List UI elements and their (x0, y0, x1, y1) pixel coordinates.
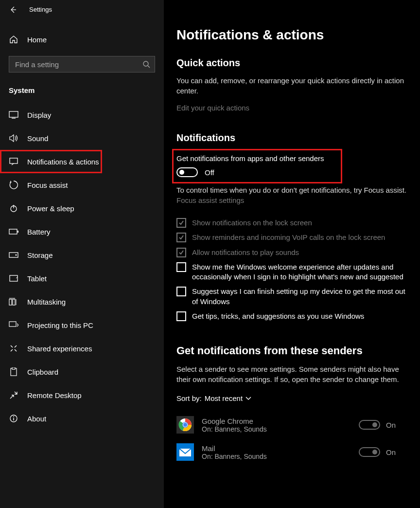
titlebar: Settings (0, 4, 164, 21)
sidebar-section-label: System (0, 81, 164, 103)
sidebar-item-focus-assist[interactable]: Focus assist (0, 173, 164, 197)
check-label: Show reminders and incoming VoIP calls o… (192, 233, 407, 242)
main-toggle-state: Off (205, 168, 214, 177)
sidebar-home[interactable]: Home (0, 30, 164, 49)
sidebar-item-label: About (27, 415, 46, 423)
mail-icon (176, 443, 194, 461)
svg-rect-13 (12, 367, 15, 369)
main-panel: Notifications & actions Quick actions Yo… (164, 0, 420, 508)
senders-title: Get notifications from these senders (176, 345, 407, 357)
quick-actions-desc: You can add, remove, or rearrange your q… (176, 75, 407, 96)
sidebar-item-about[interactable]: About (0, 407, 164, 430)
tablet-icon (9, 273, 18, 283)
search-icon (142, 60, 150, 68)
sender-toggle[interactable] (359, 420, 380, 430)
sidebar-item-notifications[interactable]: Notifications & actions (0, 150, 102, 173)
sender-row-mail[interactable]: Mail On: Banners, Sounds On (176, 438, 407, 466)
sender-row-chrome[interactable]: Google Chrome On: Banners, Sounds On (176, 411, 407, 438)
sidebar-item-label: Focus assist (27, 181, 68, 189)
sidebar: Settings Home System Display Sound Notif… (0, 0, 164, 508)
sort-value: Most recent (205, 394, 243, 402)
checkbox-icon[interactable] (176, 287, 186, 296)
svg-rect-4 (9, 229, 17, 234)
home-icon (9, 35, 18, 44)
sidebar-item-label: Display (27, 111, 51, 119)
battery-icon (9, 227, 18, 236)
check-label: Show me the Windows welcome experience a… (192, 262, 407, 282)
sort-label: Sort by: (176, 394, 202, 402)
check-reminders[interactable]: Show reminders and incoming VoIP calls o… (176, 233, 407, 242)
sender-name: Mail (202, 444, 351, 453)
sender-sub: On: Banners, Sounds (202, 425, 351, 433)
checkbox-icon[interactable] (176, 218, 186, 228)
main-toggle-label: Get notifications from apps and other se… (176, 154, 338, 163)
remote-icon (9, 390, 18, 400)
check-label: Allow notifications to play sounds (192, 248, 407, 257)
sidebar-item-label: Notifications & actions (27, 158, 99, 166)
check-setup[interactable]: Suggest ways I can finish setting up my … (176, 287, 407, 307)
search-wrap (0, 56, 164, 81)
check-sounds[interactable]: Allow notifications to play sounds (176, 248, 407, 257)
display-icon (9, 110, 18, 120)
projecting-icon (9, 320, 18, 330)
page-title: Notifications & actions (176, 27, 407, 43)
sidebar-item-label: Multitasking (27, 298, 66, 306)
sidebar-item-storage[interactable]: Storage (0, 243, 164, 267)
sidebar-item-label: Storage (27, 251, 53, 259)
sidebar-item-label: Remote Desktop (27, 391, 82, 399)
sidebar-item-projecting[interactable]: Projecting to this PC (0, 313, 164, 337)
check-label: Get tips, tricks, and suggestions as you… (192, 311, 407, 321)
sidebar-item-label: Power & sleep (27, 204, 74, 213)
sidebar-item-sound[interactable]: Sound (0, 127, 164, 150)
check-lock-screen[interactable]: Show notifications on the lock screen (176, 218, 407, 228)
sort-row[interactable]: Sort by: Most recent (176, 394, 407, 402)
sidebar-item-remote[interactable]: Remote Desktop (0, 383, 164, 407)
sidebar-item-battery[interactable]: Battery (0, 220, 164, 243)
sidebar-item-tablet[interactable]: Tablet (0, 267, 164, 290)
sender-toggle[interactable] (359, 447, 380, 457)
sidebar-item-label: Projecting to this PC (27, 321, 93, 329)
sound-icon (9, 133, 18, 143)
checkbox-icon[interactable] (176, 248, 186, 257)
svg-rect-5 (18, 231, 18, 233)
shared-icon (9, 344, 18, 353)
power-icon (9, 203, 18, 213)
focus-assist-icon (9, 180, 18, 190)
sidebar-item-label: Sound (27, 134, 48, 143)
sidebar-item-label: Shared experiences (27, 345, 92, 353)
check-tips[interactable]: Get tips, tricks, and suggestions as you… (176, 311, 407, 321)
chrome-icon (176, 416, 194, 434)
sidebar-item-label: Clipboard (27, 368, 58, 376)
sidebar-item-multitasking[interactable]: Multitasking (0, 290, 164, 313)
checkbox-icon[interactable] (176, 311, 186, 321)
app-title: Settings (29, 6, 52, 13)
sidebar-item-clipboard[interactable]: Clipboard (0, 360, 164, 383)
storage-icon (9, 250, 18, 260)
search-input[interactable] (9, 56, 155, 73)
sidebar-item-power[interactable]: Power & sleep (0, 197, 164, 220)
sidebar-item-shared[interactable]: Shared experiences (0, 337, 164, 360)
svg-rect-2 (10, 158, 18, 163)
notifications-icon (9, 157, 18, 166)
edit-quick-actions-link[interactable]: Edit your quick actions (176, 104, 249, 112)
check-welcome[interactable]: Show me the Windows welcome experience a… (176, 262, 407, 282)
svg-point-15 (13, 417, 14, 417)
sender-toggle-state: On (386, 421, 396, 429)
checkbox-icon[interactable] (176, 262, 186, 272)
chevron-down-icon (245, 397, 251, 400)
main-toggle[interactable] (176, 167, 198, 177)
check-label: Show notifications on the lock screen (192, 218, 407, 228)
sender-toggle-state: On (386, 448, 396, 456)
sender-name: Google Chrome (202, 417, 351, 425)
focus-assist-link[interactable]: Focus assist settings (176, 196, 244, 204)
about-icon (9, 414, 18, 423)
sender-sub: On: Banners, Sounds (202, 453, 351, 460)
check-label: Suggest ways I can finish setting up my … (192, 287, 407, 307)
svg-rect-9 (9, 299, 12, 305)
svg-point-0 (143, 61, 148, 66)
sidebar-item-display[interactable]: Display (0, 103, 164, 127)
senders-desc: Select a sender to see more settings. So… (176, 364, 407, 384)
clipboard-icon (9, 367, 18, 377)
back-icon[interactable] (10, 6, 17, 13)
checkbox-icon[interactable] (176, 233, 186, 242)
